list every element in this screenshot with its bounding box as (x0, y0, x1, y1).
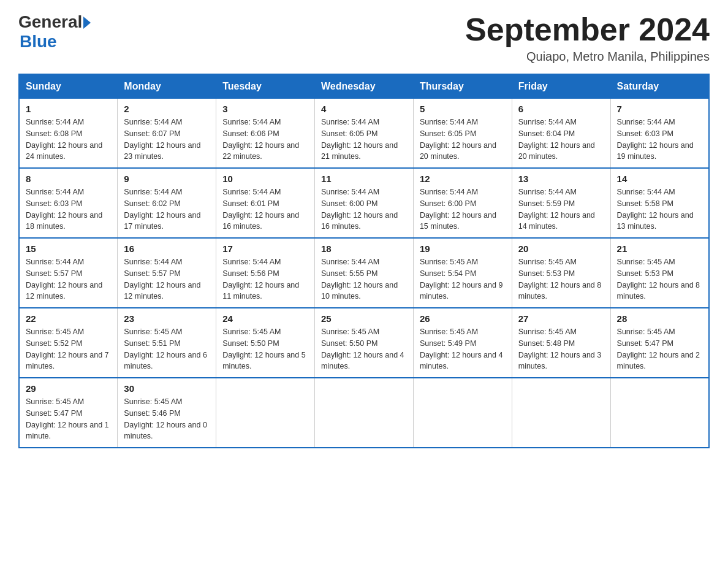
table-row: 14Sunrise: 5:44 AMSunset: 5:58 PMDayligh… (610, 168, 709, 238)
day-info: Sunrise: 5:44 AMSunset: 6:07 PMDaylight:… (124, 117, 210, 163)
day-number: 28 (617, 313, 702, 324)
table-row: 24Sunrise: 5:45 AMSunset: 5:50 PMDayligh… (216, 308, 315, 378)
day-number: 18 (321, 243, 407, 254)
table-row: 8Sunrise: 5:44 AMSunset: 6:03 PMDaylight… (19, 168, 118, 238)
day-info: Sunrise: 5:44 AMSunset: 5:57 PMDaylight:… (26, 256, 111, 302)
day-info: Sunrise: 5:45 AMSunset: 5:50 PMDaylight:… (321, 326, 407, 372)
day-number: 1 (26, 104, 111, 114)
page-header: General Blue September 2024 Quiapo, Metr… (18, 12, 710, 64)
title-area: September 2024 Quiapo, Metro Manila, Phi… (465, 12, 710, 64)
header-tuesday: Tuesday (216, 74, 315, 99)
day-info: Sunrise: 5:44 AMSunset: 6:08 PMDaylight:… (26, 117, 111, 163)
day-number: 6 (518, 104, 604, 114)
table-row: 26Sunrise: 5:45 AMSunset: 5:49 PMDayligh… (413, 308, 512, 378)
day-number: 26 (420, 313, 506, 324)
table-row: 11Sunrise: 5:44 AMSunset: 6:00 PMDayligh… (315, 168, 414, 238)
day-number: 14 (617, 174, 702, 184)
day-info: Sunrise: 5:44 AMSunset: 6:02 PMDaylight:… (124, 186, 210, 232)
day-number: 27 (518, 313, 604, 324)
table-row: 12Sunrise: 5:44 AMSunset: 6:00 PMDayligh… (413, 168, 512, 238)
calendar-table: Sunday Monday Tuesday Wednesday Thursday… (18, 74, 710, 448)
day-info: Sunrise: 5:44 AMSunset: 5:57 PMDaylight:… (124, 256, 210, 302)
table-row (413, 378, 512, 448)
table-row: 30Sunrise: 5:45 AMSunset: 5:46 PMDayligh… (118, 378, 216, 448)
table-row: 16Sunrise: 5:44 AMSunset: 5:57 PMDayligh… (118, 238, 216, 308)
day-info: Sunrise: 5:45 AMSunset: 5:50 PMDaylight:… (222, 326, 308, 372)
calendar-week-row: 22Sunrise: 5:45 AMSunset: 5:52 PMDayligh… (19, 308, 709, 378)
calendar-week-row: 29Sunrise: 5:45 AMSunset: 5:47 PMDayligh… (19, 378, 709, 448)
day-number: 2 (124, 104, 210, 114)
day-number: 23 (124, 313, 210, 324)
day-number: 22 (26, 313, 111, 324)
logo-triangle-icon (83, 17, 91, 29)
table-row (512, 378, 610, 448)
day-number: 30 (124, 383, 210, 394)
table-row: 29Sunrise: 5:45 AMSunset: 5:47 PMDayligh… (19, 378, 118, 448)
day-number: 7 (617, 104, 702, 114)
day-info: Sunrise: 5:45 AMSunset: 5:48 PMDaylight:… (518, 326, 604, 372)
day-info: Sunrise: 5:44 AMSunset: 6:00 PMDaylight:… (420, 186, 506, 232)
day-info: Sunrise: 5:45 AMSunset: 5:47 PMDaylight:… (617, 326, 702, 372)
location-subtitle: Quiapo, Metro Manila, Philippines (465, 50, 710, 64)
table-row: 7Sunrise: 5:44 AMSunset: 6:03 PMDaylight… (610, 99, 709, 169)
day-info: Sunrise: 5:45 AMSunset: 5:51 PMDaylight:… (124, 326, 210, 372)
logo-blue-text: Blue (20, 32, 57, 52)
day-info: Sunrise: 5:44 AMSunset: 5:58 PMDaylight:… (617, 186, 702, 232)
table-row: 19Sunrise: 5:45 AMSunset: 5:54 PMDayligh… (413, 238, 512, 308)
table-row: 6Sunrise: 5:44 AMSunset: 6:04 PMDaylight… (512, 99, 610, 169)
calendar-week-row: 1Sunrise: 5:44 AMSunset: 6:08 PMDaylight… (19, 99, 709, 169)
table-row: 25Sunrise: 5:45 AMSunset: 5:50 PMDayligh… (315, 308, 414, 378)
day-info: Sunrise: 5:45 AMSunset: 5:49 PMDaylight:… (420, 326, 506, 372)
day-number: 9 (124, 174, 210, 184)
calendar-week-row: 15Sunrise: 5:44 AMSunset: 5:57 PMDayligh… (19, 238, 709, 308)
day-number: 5 (420, 104, 506, 114)
header-monday: Monday (118, 74, 216, 99)
day-info: Sunrise: 5:45 AMSunset: 5:53 PMDaylight:… (617, 256, 702, 302)
weekday-header-row: Sunday Monday Tuesday Wednesday Thursday… (19, 74, 709, 99)
table-row: 28Sunrise: 5:45 AMSunset: 5:47 PMDayligh… (610, 308, 709, 378)
table-row: 2Sunrise: 5:44 AMSunset: 6:07 PMDaylight… (118, 99, 216, 169)
header-wednesday: Wednesday (315, 74, 414, 99)
day-info: Sunrise: 5:44 AMSunset: 6:01 PMDaylight:… (222, 186, 308, 232)
table-row: 9Sunrise: 5:44 AMSunset: 6:02 PMDaylight… (118, 168, 216, 238)
table-row: 18Sunrise: 5:44 AMSunset: 5:55 PMDayligh… (315, 238, 414, 308)
day-info: Sunrise: 5:44 AMSunset: 6:03 PMDaylight:… (617, 117, 702, 163)
day-info: Sunrise: 5:44 AMSunset: 6:03 PMDaylight:… (26, 186, 111, 232)
day-number: 15 (26, 243, 111, 254)
day-number: 8 (26, 174, 111, 184)
table-row (216, 378, 315, 448)
day-number: 16 (124, 243, 210, 254)
day-info: Sunrise: 5:44 AMSunset: 6:04 PMDaylight:… (518, 117, 604, 163)
table-row (315, 378, 414, 448)
day-number: 19 (420, 243, 506, 254)
table-row: 3Sunrise: 5:44 AMSunset: 6:06 PMDaylight… (216, 99, 315, 169)
table-row: 13Sunrise: 5:44 AMSunset: 5:59 PMDayligh… (512, 168, 610, 238)
day-info: Sunrise: 5:44 AMSunset: 5:56 PMDaylight:… (222, 256, 308, 302)
day-number: 3 (222, 104, 308, 114)
logo-general: General (18, 12, 82, 32)
day-number: 10 (222, 174, 308, 184)
day-number: 25 (321, 313, 407, 324)
day-number: 20 (518, 243, 604, 254)
calendar-week-row: 8Sunrise: 5:44 AMSunset: 6:03 PMDaylight… (19, 168, 709, 238)
day-info: Sunrise: 5:45 AMSunset: 5:46 PMDaylight:… (124, 396, 210, 442)
header-thursday: Thursday (413, 74, 512, 99)
table-row (610, 378, 709, 448)
table-row: 5Sunrise: 5:44 AMSunset: 6:05 PMDaylight… (413, 99, 512, 169)
logo: General Blue (18, 12, 91, 52)
day-number: 24 (222, 313, 308, 324)
header-sunday: Sunday (19, 74, 118, 99)
table-row: 17Sunrise: 5:44 AMSunset: 5:56 PMDayligh… (216, 238, 315, 308)
day-info: Sunrise: 5:45 AMSunset: 5:47 PMDaylight:… (26, 396, 111, 442)
header-saturday: Saturday (610, 74, 709, 99)
day-info: Sunrise: 5:44 AMSunset: 6:00 PMDaylight:… (321, 186, 407, 232)
table-row: 10Sunrise: 5:44 AMSunset: 6:01 PMDayligh… (216, 168, 315, 238)
table-row: 22Sunrise: 5:45 AMSunset: 5:52 PMDayligh… (19, 308, 118, 378)
day-number: 21 (617, 243, 702, 254)
day-info: Sunrise: 5:44 AMSunset: 6:05 PMDaylight:… (420, 117, 506, 163)
day-number: 17 (222, 243, 308, 254)
header-friday: Friday (512, 74, 610, 99)
day-number: 29 (26, 383, 111, 394)
table-row: 4Sunrise: 5:44 AMSunset: 6:05 PMDaylight… (315, 99, 414, 169)
table-row: 21Sunrise: 5:45 AMSunset: 5:53 PMDayligh… (610, 238, 709, 308)
